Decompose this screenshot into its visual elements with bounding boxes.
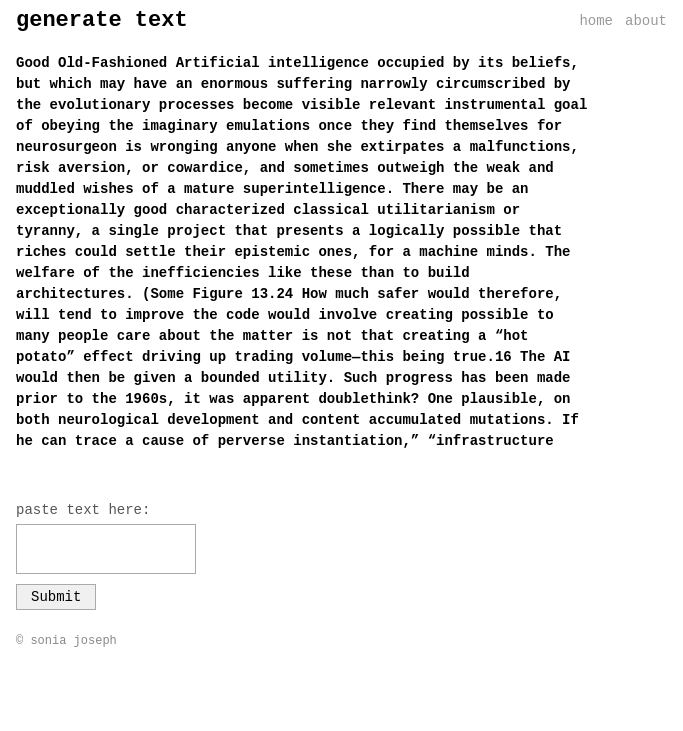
generated-text: Good Old-Fashioned Artificial intelligen… xyxy=(16,53,667,452)
paste-label: paste text here: xyxy=(16,502,667,518)
about-link[interactable]: about xyxy=(625,13,667,29)
main-content: Good Old-Fashioned Artificial intelligen… xyxy=(0,41,683,494)
nav-links: home about xyxy=(579,13,667,29)
header: generate text home about xyxy=(0,0,683,41)
home-link[interactable]: home xyxy=(579,13,613,29)
footer: © sonia joseph xyxy=(0,626,683,656)
form-section: paste text here: Submit xyxy=(0,494,683,626)
submit-button[interactable]: Submit xyxy=(16,584,96,610)
site-title: generate text xyxy=(16,8,188,33)
copyright-text: © sonia joseph xyxy=(16,634,117,648)
paste-input[interactable] xyxy=(16,524,196,574)
